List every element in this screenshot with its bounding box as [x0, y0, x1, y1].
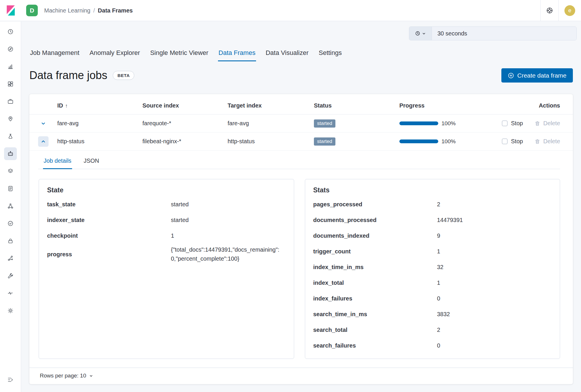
time-picker-row: 30 seconds: [22, 22, 581, 40]
stop-checkbox[interactable]: [502, 121, 507, 126]
sidebar-item-machine-learning[interactable]: [0, 145, 21, 162]
breadcrumb-machine-learning[interactable]: Machine Learning: [44, 7, 90, 14]
cell-target-index: http-status: [228, 138, 314, 145]
sidebar-item-uptime[interactable]: [0, 215, 21, 232]
cell-source-index: filebeat-nginx-*: [142, 138, 228, 145]
graph-nodes-icon: [7, 255, 14, 262]
stop-checkbox[interactable]: [502, 139, 507, 144]
sidebar-item-logs[interactable]: [0, 180, 21, 197]
progress-bar: [399, 139, 438, 143]
sidebar-collapse-button[interactable]: [0, 371, 21, 389]
header-actions: e: [540, 0, 581, 21]
column-header-progress: Progress: [399, 102, 487, 109]
sidebar-item-infrastructure[interactable]: [0, 162, 21, 180]
column-header-status: Status: [314, 102, 399, 109]
kibana-logo[interactable]: [0, 0, 21, 21]
stat-value: 2: [437, 324, 552, 336]
sidebar-item-visualize[interactable]: [0, 58, 21, 75]
tab-anomaly-explorer[interactable]: Anomaly Explorer: [89, 49, 141, 61]
help-icon: [546, 7, 553, 14]
sidebar-item-security[interactable]: [0, 232, 21, 250]
tab-data-frames[interactable]: Data Frames: [218, 49, 256, 61]
stat-key: index_failures: [313, 295, 437, 302]
cell-id: fare-avg: [57, 120, 142, 127]
stats-row: documents_processed 14479391: [313, 212, 552, 228]
id-header-label: ID: [57, 102, 63, 109]
table-header-row: ID↑ Source index Target index Status Pro…: [29, 97, 573, 114]
column-header-id[interactable]: ID↑: [57, 102, 142, 109]
state-key: progress: [47, 251, 171, 258]
stat-key: search_total: [313, 327, 437, 333]
delete-button[interactable]: Delete: [534, 120, 560, 127]
stats-row: search_total 2: [313, 322, 552, 338]
delete-button-label: Delete: [543, 138, 560, 145]
refresh-interval-display[interactable]: 30 seconds: [432, 27, 576, 40]
collapse-row-button[interactable]: [38, 136, 49, 147]
stop-action: Stop: [502, 138, 523, 145]
stop-button[interactable]: Stop: [511, 120, 523, 127]
stat-key: documents_indexed: [313, 232, 437, 239]
gear-icon: [7, 307, 14, 314]
help-button[interactable]: [540, 0, 558, 21]
delete-button[interactable]: Delete: [534, 138, 560, 145]
state-row: indexer_state started: [47, 212, 286, 228]
sidebar-item-discover[interactable]: [0, 40, 21, 58]
sidebar-item-canvas[interactable]: [0, 93, 21, 110]
stat-value: 9: [437, 230, 552, 242]
tab-settings[interactable]: Settings: [318, 49, 342, 61]
compass-icon: [7, 46, 14, 52]
robot-icon: [7, 151, 14, 157]
rows-per-page-button[interactable]: Rows per page: 10: [40, 373, 93, 379]
stat-key: documents_processed: [313, 217, 437, 223]
layers-icon: [7, 168, 14, 174]
tab-single-metric-viewer[interactable]: Single Metric Viewer: [150, 49, 209, 61]
sidebar-item-dev-tools[interactable]: [0, 267, 21, 284]
state-panel: State task_state started indexer_state s…: [39, 179, 294, 359]
tab-data-visualizer[interactable]: Data Visualizer: [265, 49, 309, 61]
trash-icon: [534, 139, 540, 144]
clock-icon: [415, 31, 420, 36]
state-value: 1: [171, 230, 286, 242]
app-sidebar: [0, 22, 21, 392]
tab-json[interactable]: JSON: [83, 156, 100, 169]
main-content: 30 seconds Job Management Anomaly Explor…: [22, 22, 581, 392]
stat-key: trigger_count: [313, 248, 437, 255]
state-key: checkpoint: [47, 232, 171, 239]
sidebar-item-maps[interactable]: [0, 110, 21, 128]
bar-chart-icon: [7, 63, 14, 70]
ml-app-tabs: Job Management Anomaly Explorer Single M…: [22, 40, 581, 61]
create-data-frame-button[interactable]: Create data frame: [501, 68, 573, 83]
cell-progress: 100%: [399, 138, 487, 145]
state-panel-title: State: [47, 186, 286, 194]
sidebar-item-dashboard[interactable]: [0, 75, 21, 93]
create-button-label: Create data frame: [517, 72, 566, 79]
rows-per-page-label: Rows per page: 10: [40, 373, 86, 379]
cell-id: http-status: [57, 138, 142, 145]
tab-job-management[interactable]: Job Management: [29, 49, 80, 61]
check-circle-icon: [7, 220, 14, 227]
space-badge[interactable]: D: [26, 5, 38, 16]
user-menu[interactable]: e: [558, 0, 581, 21]
stat-key: pages_processed: [313, 201, 437, 208]
user-avatar: e: [564, 5, 575, 16]
sidebar-item-monitoring[interactable]: [0, 284, 21, 302]
tab-job-details[interactable]: Job details: [43, 156, 72, 169]
sidebar-item-recent[interactable]: [0, 23, 21, 40]
table-footer: Rows per page: 10: [29, 368, 573, 384]
stat-value: 0: [437, 339, 552, 352]
sidebar-item-graph[interactable]: [0, 250, 21, 267]
dashboard-grid-icon: [7, 81, 14, 87]
sidebar-item-apm[interactable]: [0, 197, 21, 215]
stop-button[interactable]: Stop: [511, 138, 523, 145]
sidebar-item-management[interactable]: [0, 302, 21, 319]
sidebar-item-flask[interactable]: [0, 128, 21, 145]
stop-action: Stop: [502, 120, 523, 127]
document-lines-icon: [7, 185, 14, 192]
stat-value: 0: [437, 292, 552, 305]
stats-row: index_total 1: [313, 275, 552, 291]
quick-select-button[interactable]: [409, 27, 432, 40]
chevron-down-icon: [41, 121, 46, 126]
map-pin-icon: [7, 116, 14, 122]
expand-row-button[interactable]: [38, 118, 49, 129]
stat-value: 32: [437, 261, 552, 273]
